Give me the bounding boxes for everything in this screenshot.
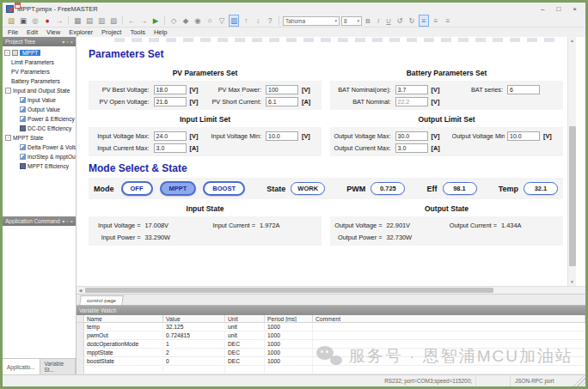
output-voltage-max-input[interactable] xyxy=(395,131,428,141)
menu-explorer[interactable]: Explorer xyxy=(69,28,93,36)
menu-project[interactable]: Project xyxy=(101,28,121,36)
col-period[interactable]: Period [ms] xyxy=(265,315,313,322)
go-icon[interactable]: → xyxy=(54,15,64,26)
tab-application-commands[interactable]: Applicatio... xyxy=(3,359,40,374)
move-up-icon[interactable]: ↑ xyxy=(241,15,251,26)
input-current-max-input[interactable] xyxy=(154,143,187,153)
expand-toggle[interactable]: - xyxy=(5,135,11,141)
output-voltage-min-input[interactable] xyxy=(507,131,540,141)
zoom-icon[interactable]: ○ xyxy=(205,15,215,26)
bat-series-input[interactable] xyxy=(507,85,540,94)
align-left-icon[interactable]: ≡ xyxy=(419,15,429,27)
tree-item-power-efficiency[interactable]: Power & Efficiency xyxy=(3,114,76,124)
minimize-button[interactable]: – xyxy=(541,5,544,13)
new-scope-icon[interactable]: ▤ xyxy=(84,15,95,26)
tree-item-battery-parameters[interactable]: Battery Parameters xyxy=(3,76,76,86)
mode-boost-button[interactable]: BOOST xyxy=(203,181,245,196)
align-center-icon[interactable]: ≡ xyxy=(431,15,441,26)
stop-communication-icon[interactable]: ● xyxy=(42,15,52,26)
pv-open-voltage-input[interactable] xyxy=(154,97,187,106)
font-size-select[interactable]: 8 ▾ xyxy=(341,16,362,26)
font-select[interactable]: Tahoma ▾ xyxy=(283,16,340,26)
move-down-icon[interactable]: ↓ xyxy=(253,15,263,26)
vertical-scroll-thumb[interactable] xyxy=(569,126,576,265)
underline-button[interactable]: U xyxy=(384,17,393,25)
tree-item-mppt[interactable]: - MPPT xyxy=(3,48,76,58)
collapse-icon[interactable]: ▾ xyxy=(62,218,64,224)
watch-row-mpptstate[interactable]: mpptState 2 DEC 1000 xyxy=(77,349,585,357)
expand-toggle[interactable]: - xyxy=(5,88,11,94)
expand-toggle[interactable]: - xyxy=(4,50,10,56)
align-right-icon[interactable]: ≡ xyxy=(443,15,453,26)
input-voltage-max-input[interactable] xyxy=(154,131,187,141)
watch-row-temp[interactable]: temp 32.125 unit 1000 xyxy=(77,323,585,331)
tree-item-mppt-state[interactable]: - MPPT State xyxy=(3,133,76,143)
save-project-icon[interactable]: ▣ xyxy=(18,15,28,26)
watch-row-pwmout[interactable]: pwmOut 0.724815 unit 1000 xyxy=(77,331,585,340)
new-recorder-icon[interactable]: ▥ xyxy=(96,15,107,26)
resize-grip[interactable] xyxy=(572,375,585,386)
communication-options-icon[interactable]: ◎ xyxy=(30,15,40,26)
output-current-max-input[interactable] xyxy=(395,143,428,153)
close-button[interactable]: × xyxy=(573,5,577,13)
col-name[interactable]: Name xyxy=(84,315,163,322)
tree-item-pv-parameters[interactable]: PV Parameters xyxy=(3,67,76,76)
menu-view[interactable]: View xyxy=(46,28,60,36)
italic-button[interactable]: I xyxy=(374,17,383,25)
col-value[interactable]: Value xyxy=(163,315,225,322)
horizontal-scrollbar[interactable]: ◀ xyxy=(77,286,585,294)
open-project-icon[interactable]: ▨ xyxy=(6,15,16,26)
control-page-icon[interactable]: ▧ xyxy=(108,15,119,26)
tree-item-input-output-state[interactable]: - Input and Output State xyxy=(3,86,76,95)
help-icon[interactable]: ? xyxy=(265,15,275,26)
tree-item-incrstep-mpptout[interactable]: incrStep & mpptOut xyxy=(3,152,76,161)
show-icon[interactable]: ◉ xyxy=(193,15,203,26)
vertical-scrollbar[interactable]: ▲ ▼ xyxy=(567,37,576,286)
pin-icon[interactable]: ▫ xyxy=(66,219,68,224)
run-icon[interactable]: ▶ xyxy=(150,15,161,26)
input-voltage-min-input[interactable] xyxy=(266,131,298,141)
scroll-left-icon[interactable]: ◀ xyxy=(77,288,84,293)
undo-icon[interactable]: ↺ xyxy=(395,15,405,26)
pin-icon[interactable]: ▫ xyxy=(66,40,68,45)
maximize-button[interactable]: □ xyxy=(556,5,560,13)
mode-mppt-button[interactable]: MPPT xyxy=(160,181,197,196)
close-icon[interactable]: × xyxy=(70,40,73,45)
scroll-up-icon[interactable]: ▲ xyxy=(570,37,574,45)
watch-row-empty[interactable] xyxy=(77,366,585,374)
tab-variable-stimulus[interactable]: Variable St... xyxy=(40,359,76,374)
tree-item-delta-power-voltage[interactable]: Delta Power & Voltage xyxy=(3,143,76,152)
tree-item-input-value[interactable]: Input Value xyxy=(3,95,76,105)
collapse-icon[interactable]: ▾ xyxy=(62,39,64,45)
back-icon[interactable]: ← xyxy=(126,15,137,26)
pv-best-voltage-input[interactable] xyxy=(154,85,187,94)
menu-file[interactable]: File xyxy=(8,28,18,36)
forward-icon[interactable]: → xyxy=(138,15,149,26)
pv-short-current-input[interactable] xyxy=(266,97,298,106)
close-icon[interactable]: × xyxy=(70,219,73,224)
bold-button[interactable]: B xyxy=(364,17,372,25)
tree-item-limit-parameters[interactable]: Limit Parameters xyxy=(3,58,76,67)
menu-edit[interactable]: Edit xyxy=(27,28,38,36)
remove-watch-icon[interactable]: ◆ xyxy=(181,15,191,26)
tree-item-mppt-efficiency[interactable]: MPPT Efficiency xyxy=(3,161,76,171)
watch-row-booststate[interactable]: boostState 0 DEC 1000 xyxy=(77,357,585,366)
watch-row-dcdcoperationmode[interactable]: dcdcOperationMode 1 DEC 1000 xyxy=(77,340,585,349)
horizontal-scroll-thumb[interactable] xyxy=(85,288,493,293)
columns-view-icon[interactable]: ▥ xyxy=(229,15,239,27)
bat-nominal-one-input[interactable] xyxy=(395,85,428,94)
tree-item-dcdc-efficiency[interactable]: DC-DC Efficiency xyxy=(3,124,76,133)
col-unit[interactable]: Unit xyxy=(225,315,265,322)
tree-item-output-value[interactable]: Output Value xyxy=(3,105,76,114)
scroll-down-icon[interactable]: ▼ xyxy=(570,278,574,286)
redo-icon[interactable]: ↻ xyxy=(407,15,417,26)
pin-icon[interactable]: ▽ xyxy=(217,15,227,26)
menu-help[interactable]: Help xyxy=(154,28,167,36)
project-grid-icon[interactable]: ▦ xyxy=(72,15,83,26)
tab-control-page[interactable]: control page xyxy=(79,295,124,305)
add-watch-icon[interactable]: ◇ xyxy=(168,15,179,26)
menu-tools[interactable]: Tools xyxy=(130,28,145,36)
col-comment[interactable]: Comment xyxy=(313,315,585,322)
mode-off-button[interactable]: OFF xyxy=(121,181,153,196)
pv-max-power-input[interactable] xyxy=(266,85,298,94)
